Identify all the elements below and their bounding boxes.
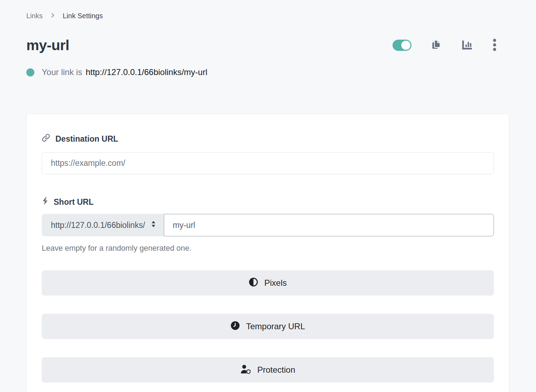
protection-section-button[interactable]: Protection (42, 357, 494, 383)
short-url-domain-value: http://127.0.0.1/66biolinks/ (51, 221, 145, 230)
chevron-right-icon (50, 12, 56, 20)
link-active-toggle[interactable] (393, 40, 411, 51)
more-options-button[interactable] (493, 39, 497, 52)
bar-chart-icon (461, 39, 473, 52)
kebab-menu-icon (493, 39, 497, 52)
pixels-button-label: Pixels (264, 278, 287, 288)
breadcrumb-links[interactable]: Links (26, 12, 43, 20)
link-settings-card: Destination URL Short URL http://127.0.0… (26, 114, 509, 392)
page-title: my-url (26, 37, 69, 54)
short-url-domain-select[interactable]: http://127.0.0.1/66biolinks/ (42, 214, 164, 236)
destination-url-input[interactable] (42, 152, 494, 174)
copy-icon (431, 39, 442, 52)
status-link-url: http://127.0.0.1/66biolinks/my-url (86, 67, 207, 77)
temporary-url-button-label: Temporary URL (246, 322, 305, 331)
status-dot-icon (26, 68, 34, 76)
sort-arrows-icon (150, 220, 156, 230)
copy-link-button[interactable] (431, 39, 442, 52)
pixels-section-button[interactable]: Pixels (42, 270, 494, 296)
protection-button-label: Protection (257, 365, 295, 375)
short-url-input-group: http://127.0.0.1/66biolinks/ (42, 214, 494, 236)
short-url-helper-text: Leave empty for a randomly generated one… (42, 244, 494, 253)
statistics-button[interactable] (461, 39, 473, 52)
clock-icon (230, 321, 240, 332)
short-url-label-text: Short URL (54, 197, 94, 207)
header-actions (393, 39, 497, 52)
adjust-icon (249, 277, 258, 289)
link-status-row: Your link is http://127.0.0.1/66biolinks… (26, 67, 509, 78)
page: Links Link Settings my-url (0, 0, 536, 392)
destination-url-label-text: Destination URL (55, 134, 118, 144)
destination-url-label: Destination URL (42, 134, 494, 144)
temporary-url-section-button[interactable]: Temporary URL (42, 314, 494, 339)
breadcrumb-current: Link Settings (63, 12, 103, 20)
lightning-bolt-icon (42, 197, 48, 208)
user-shield-icon (240, 364, 251, 376)
page-header: my-url (26, 36, 509, 55)
link-chain-icon (42, 134, 50, 144)
short-url-label: Short URL (42, 197, 494, 207)
short-url-slug-input[interactable] (164, 214, 494, 236)
breadcrumb: Links Link Settings (26, 11, 509, 21)
status-text: Your link is (42, 67, 82, 77)
toggle-knob (401, 41, 410, 50)
